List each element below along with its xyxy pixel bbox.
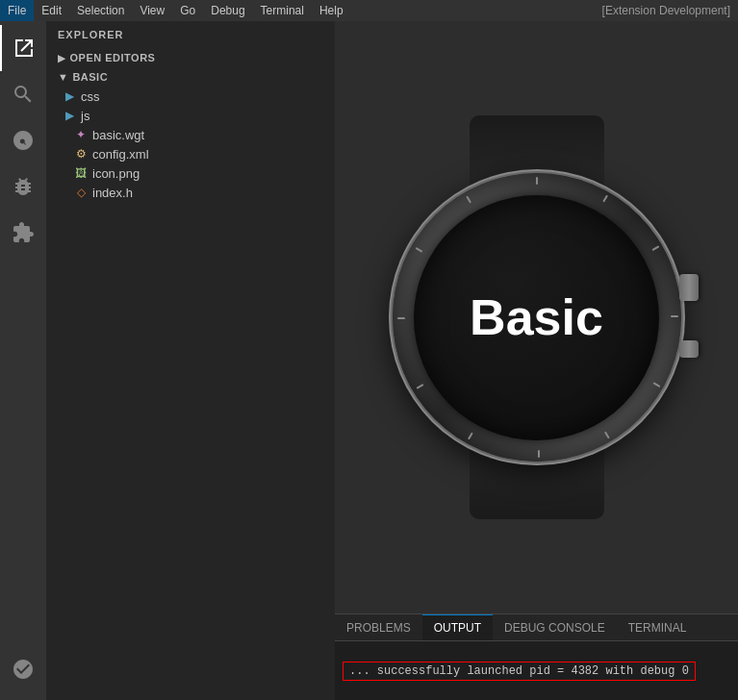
watch-preview: Basic (335, 21, 738, 613)
tab-problems[interactable]: PROBLEMS (335, 614, 422, 640)
file-html-icon: ◇ (73, 185, 89, 200)
panel-content: ... successfully launched pid = 4382 wit… (335, 641, 738, 700)
file-icon-png[interactable]: 🖼 icon.png (46, 163, 335, 183)
file-basic-wgt[interactable]: ✦ basic.wgt (46, 125, 335, 144)
sidebar: EXPLORER ▶ OPEN EDITORS ▼ BASIC ▶ css ▶ … (46, 21, 335, 700)
watch-crown-bottom (679, 340, 699, 358)
file-png-icon: 🖼 (73, 165, 89, 181)
menu-selection[interactable]: Selection (69, 0, 132, 21)
basic-section[interactable]: ▼ BASIC (46, 67, 335, 87)
menu-terminal[interactable]: Terminal (253, 0, 312, 21)
watch-face: Basic (414, 195, 659, 440)
file-config-xml[interactable]: ⚙ config.xml (46, 144, 335, 163)
activity-extensions[interactable] (0, 210, 46, 256)
menu-go[interactable]: Go (172, 0, 203, 21)
watch-display-text: Basic (470, 288, 603, 346)
open-editors-label: OPEN EDITORS (70, 52, 156, 63)
file-html-label: index.h (92, 186, 133, 200)
activity-debug[interactable] (0, 163, 46, 210)
titlebar: File Edit Selection View Go Debug Termin… (0, 0, 738, 21)
editor-area: Basic PROBLEMS OUTPUT DEBUG CONSOLE TERM… (335, 21, 738, 700)
watch-crown-top (679, 274, 699, 301)
extension-title: [Extension Development] (602, 4, 738, 17)
folder-js[interactable]: ▶ js (46, 106, 335, 125)
watch-container: Basic (354, 115, 720, 519)
file-wgt-label: basic.wgt (92, 128, 144, 142)
menu-edit[interactable]: Edit (34, 0, 69, 21)
menu-view[interactable]: View (132, 0, 172, 21)
folder-css-label: css (81, 89, 100, 104)
file-index-html[interactable]: ◇ index.h (46, 183, 335, 202)
folder-js-label: js (81, 109, 89, 123)
activity-bar (0, 21, 46, 700)
activity-source-control[interactable] (0, 117, 46, 163)
basic-label: BASIC (72, 71, 108, 83)
folder-css[interactable]: ▶ css (46, 87, 335, 106)
sidebar-header: EXPLORER (46, 21, 335, 48)
tab-terminal[interactable]: TERMINAL (617, 614, 699, 640)
folder-js-icon: ▶ (62, 108, 77, 123)
activity-remote[interactable] (0, 646, 46, 692)
activity-explorer[interactable] (0, 25, 46, 71)
tab-debug-console[interactable]: DEBUG CONSOLE (493, 614, 617, 640)
file-xml-icon: ⚙ (73, 146, 89, 162)
menu-bar: File Edit Selection View Go Debug Termin… (0, 0, 351, 21)
bottom-panel: PROBLEMS OUTPUT DEBUG CONSOLE TERMINAL .… (335, 613, 738, 700)
open-editors-arrow: ▶ (58, 53, 66, 63)
file-xml-label: config.xml (92, 147, 149, 162)
watch-body: Basic (393, 173, 681, 462)
file-wgt-icon: ✦ (73, 127, 89, 142)
folder-css-icon: ▶ (62, 88, 77, 104)
output-line: ... successfully launched pid = 4382 wit… (343, 662, 696, 681)
main-layout: EXPLORER ▶ OPEN EDITORS ▼ BASIC ▶ css ▶ … (0, 21, 738, 700)
open-editors-section[interactable]: ▶ OPEN EDITORS (46, 48, 335, 67)
file-png-label: icon.png (92, 166, 140, 181)
menu-file[interactable]: File (0, 0, 34, 21)
menu-debug[interactable]: Debug (203, 0, 252, 21)
panel-tabs: PROBLEMS OUTPUT DEBUG CONSOLE TERMINAL (335, 614, 738, 641)
activity-search[interactable] (0, 71, 46, 117)
tab-output[interactable]: OUTPUT (422, 614, 493, 640)
basic-arrow: ▼ (58, 71, 68, 83)
menu-help[interactable]: Help (312, 0, 351, 21)
